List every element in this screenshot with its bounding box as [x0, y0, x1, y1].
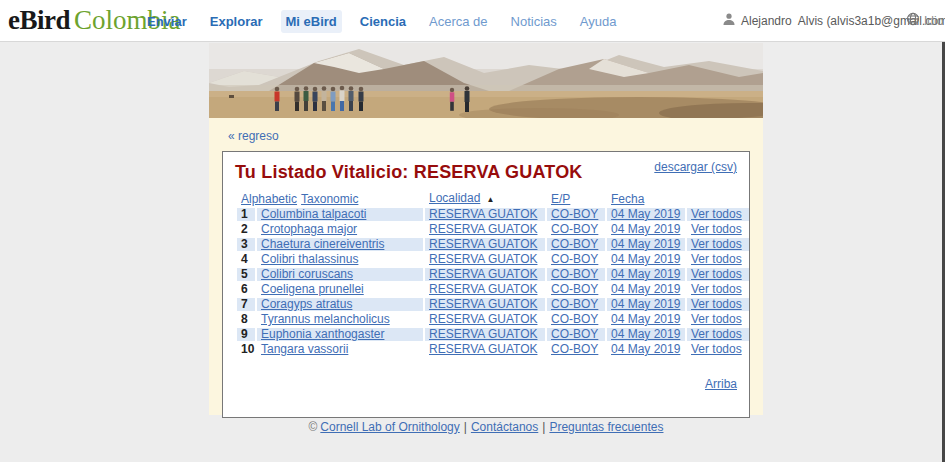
localidad-cell: RESERVA GUATOK: [425, 208, 545, 221]
header-fecha-link[interactable]: Fecha: [611, 192, 644, 206]
fecha-link[interactable]: 04 May 2019: [611, 283, 680, 296]
species-link[interactable]: Crotophaga major: [261, 223, 357, 236]
species-table-row: 8 Tyrannus melancholicus RESERVA GUATOK …: [237, 313, 749, 326]
ver-todos-link[interactable]: Ver todos: [691, 298, 742, 311]
fecha-link[interactable]: 04 May 2019: [611, 343, 680, 356]
ver-todos-link[interactable]: Ver todos: [691, 268, 742, 281]
ver-todos-cell: Ver todos: [687, 313, 749, 326]
localidad-link[interactable]: RESERVA GUATOK: [429, 253, 537, 266]
fecha-cell: 04 May 2019: [607, 328, 685, 341]
ver-todos-link[interactable]: Ver todos: [691, 238, 742, 251]
species-cell: Columbina talpacoti: [257, 208, 423, 221]
ver-todos-link[interactable]: Ver todos: [691, 328, 742, 341]
species-cell: Euphonia xanthogaster: [257, 328, 423, 341]
localidad-link[interactable]: RESERVA GUATOK: [429, 328, 537, 341]
header-ep-cell: E/P: [547, 192, 605, 206]
species-link[interactable]: Chaetura cinereiventris: [261, 238, 384, 251]
ver-todos-link[interactable]: Ver todos: [691, 223, 742, 236]
header-ep-link[interactable]: E/P: [551, 192, 570, 206]
species-cell: Chaetura cinereiventris: [257, 238, 423, 251]
ep-link[interactable]: CO-BOY: [551, 253, 598, 266]
localidad-link[interactable]: RESERVA GUATOK: [429, 298, 537, 311]
fecha-link[interactable]: 04 May 2019: [611, 238, 680, 251]
panel-header: Tu Listado Vitalicio: RESERVA GUATOK des…: [235, 162, 737, 183]
main-nav: Enviar Explorar Mi eBird Ciencia Acerca …: [142, 0, 621, 42]
ver-todos-link[interactable]: Ver todos: [691, 283, 742, 296]
localidad-link[interactable]: RESERVA GUATOK: [429, 268, 537, 281]
fecha-link[interactable]: 04 May 2019: [611, 313, 680, 326]
species-link[interactable]: Colibri coruscans: [261, 268, 353, 281]
ep-link[interactable]: CO-BOY: [551, 328, 598, 341]
ep-link[interactable]: CO-BOY: [551, 283, 598, 296]
ver-todos-link[interactable]: Ver todos: [691, 208, 742, 221]
ver-todos-link[interactable]: Ver todos: [691, 343, 742, 356]
language-label: Idio: [924, 14, 943, 28]
nav-item-ayuda[interactable]: Ayuda: [575, 10, 622, 33]
nav-item-noticias[interactable]: Noticias: [506, 10, 562, 33]
fecha-link[interactable]: 04 May 2019: [611, 268, 680, 281]
ep-link[interactable]: CO-BOY: [551, 268, 598, 281]
localidad-link[interactable]: RESERVA GUATOK: [429, 283, 537, 296]
nav-item-mi-ebird[interactable]: Mi eBird: [281, 10, 342, 33]
species-link[interactable]: Columbina talpacoti: [261, 208, 366, 221]
fecha-cell: 04 May 2019: [607, 283, 685, 296]
ver-todos-link[interactable]: Ver todos: [691, 313, 742, 326]
page-title: Tu Listado Vitalicio: RESERVA GUATOK: [235, 162, 583, 183]
localidad-link[interactable]: RESERVA GUATOK: [429, 238, 537, 251]
species-table-row: 2 Crotophaga major RESERVA GUATOK CO-BOY…: [237, 223, 749, 236]
ep-link[interactable]: CO-BOY: [551, 208, 598, 221]
nav-item-enviar[interactable]: Enviar: [142, 10, 192, 33]
row-number: 9: [237, 328, 255, 341]
fecha-link[interactable]: 04 May 2019: [611, 208, 680, 221]
ep-link[interactable]: CO-BOY: [551, 223, 598, 236]
ver-todos-cell: Ver todos: [687, 328, 749, 341]
preguntas-frecuentes-link[interactable]: Preguntas frecuentes: [549, 420, 663, 434]
localidad-cell: RESERVA GUATOK: [425, 268, 545, 281]
localidad-cell: RESERVA GUATOK: [425, 343, 545, 356]
ep-link[interactable]: CO-BOY: [551, 313, 598, 326]
header-localidad-link[interactable]: Localidad: [429, 192, 480, 205]
back-link[interactable]: « regreso: [228, 129, 279, 143]
species-link[interactable]: Tyrannus melancholicus: [261, 313, 390, 326]
sort-alphabetic-link[interactable]: Alphabetic: [241, 192, 297, 206]
contactanos-link[interactable]: Contáctanos: [471, 420, 538, 434]
ver-todos-cell: Ver todos: [687, 298, 749, 311]
ver-todos-cell: Ver todos: [687, 238, 749, 251]
species-link[interactable]: Euphonia xanthogaster: [261, 328, 384, 341]
species-link[interactable]: Coragyps atratus: [261, 298, 352, 311]
cornell-lab-link[interactable]: Cornell Lab of Ornithology: [320, 420, 459, 434]
species-link[interactable]: Coeligena prunellei: [261, 283, 364, 296]
sort-taxonomic-link[interactable]: Taxonomic: [301, 192, 358, 206]
fecha-link[interactable]: 04 May 2019: [611, 328, 680, 341]
species-table-row: 7 Coragyps atratus RESERVA GUATOK CO-BOY…: [237, 298, 749, 311]
localidad-link[interactable]: RESERVA GUATOK: [429, 313, 537, 326]
localidad-link[interactable]: RESERVA GUATOK: [429, 223, 537, 236]
language-menu[interactable]: Idio: [906, 0, 943, 42]
species-cell: Colibri coruscans: [257, 268, 423, 281]
species-cell: Colibri thalassinus: [257, 253, 423, 266]
sort-header-cell: AlphabeticTaxonomic: [237, 192, 423, 206]
localidad-link[interactable]: RESERVA GUATOK: [429, 208, 537, 221]
ep-link[interactable]: CO-BOY: [551, 298, 598, 311]
page-footer: ©Cornell Lab of Ornithology|Contáctanos|…: [209, 420, 763, 434]
nav-item-acerca-de[interactable]: Acerca de: [424, 10, 493, 33]
ep-link[interactable]: CO-BOY: [551, 238, 598, 251]
sort-asc-arrow-icon: ▲: [486, 193, 494, 206]
localidad-link[interactable]: RESERVA GUATOK: [429, 343, 537, 356]
row-number: 3: [237, 238, 255, 251]
fecha-link[interactable]: 04 May 2019: [611, 298, 680, 311]
ver-todos-link[interactable]: Ver todos: [691, 253, 742, 266]
download-csv-link[interactable]: descargar (csv): [654, 160, 737, 174]
footer-separator: |: [464, 420, 467, 434]
back-to-top-link[interactable]: Arriba: [705, 377, 737, 391]
localidad-cell: RESERVA GUATOK: [425, 283, 545, 296]
species-link[interactable]: Tangara vassorii: [261, 343, 348, 356]
fecha-link[interactable]: 04 May 2019: [611, 253, 680, 266]
fecha-link[interactable]: 04 May 2019: [611, 223, 680, 236]
ep-link[interactable]: CO-BOY: [551, 343, 598, 356]
nav-item-explorar[interactable]: Explorar: [205, 10, 268, 33]
species-link[interactable]: Colibri thalassinus: [261, 253, 358, 266]
nav-item-ciencia[interactable]: Ciencia: [355, 10, 411, 33]
species-table: AlphabeticTaxonomic Localidad▲ E/P Fecha: [235, 190, 751, 358]
ep-cell: CO-BOY: [547, 298, 605, 311]
